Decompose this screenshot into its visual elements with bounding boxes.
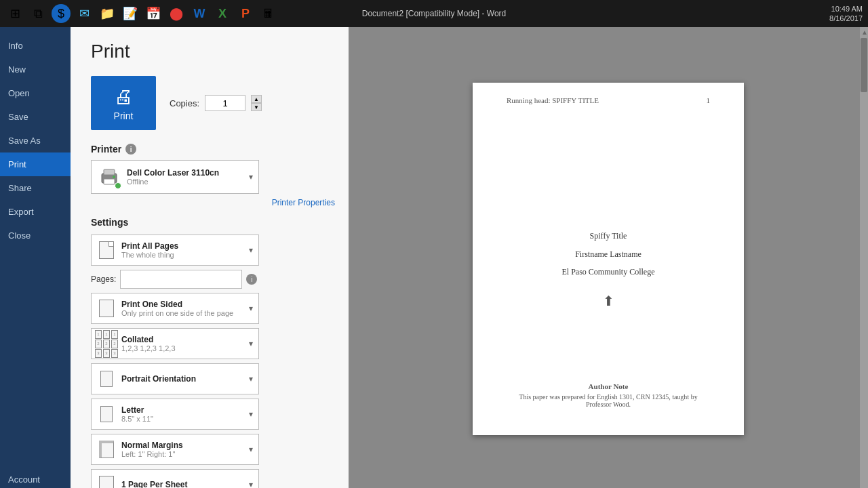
sidebar-item-save[interactable]: Save <box>0 105 71 129</box>
window-title: Document2 [Compatibility Mode] - Word <box>362 9 507 18</box>
copies-increment[interactable]: ▲ <box>251 95 262 103</box>
settings-section-title: Settings <box>91 217 335 228</box>
collated-icon: 123 123 123 <box>97 334 116 353</box>
start-button[interactable]: ⊞ <box>5 4 24 23</box>
doc-body: Spiffy Title Firstname Lastname El Paso … <box>507 130 710 408</box>
calculator-icon[interactable]: 🖩 <box>259 4 278 23</box>
svg-rect-2 <box>104 179 115 184</box>
page-title: Print <box>91 41 335 62</box>
pages-per-sheet-text: 1 Page Per Sheet <box>121 480 243 488</box>
page-number: 1 <box>707 96 711 104</box>
collated-text: Collated 1,2,3 1,2,3 1,2,3 <box>121 335 243 352</box>
preview-area: ▲ Running head: SPIFFY TITLE 1 Spiffy Ti… <box>349 27 868 488</box>
finance-icon[interactable]: $ <box>52 4 71 23</box>
copies-spinner: ▲ ▼ <box>251 95 262 111</box>
pages-per-sheet-setting[interactable]: 1 Page Per Sheet ▾ <box>91 469 259 488</box>
taskbar-left: ⊞ ⧉ $ ✉ 📁 📝 📅 ⬤ W X P 🖩 <box>5 4 278 23</box>
printer-icon: 🖨 <box>114 85 133 108</box>
printer-icon-box <box>97 165 121 189</box>
sidebar-item-save-as[interactable]: Save As <box>0 129 71 152</box>
one-sided-arrow: ▾ <box>249 304 253 313</box>
nav-sidebar: Info New Open Save Save As Print Share E… <box>0 27 71 488</box>
printer-properties-link[interactable]: Printer Properties <box>91 198 335 207</box>
margins-setting[interactable]: Normal Margins Left: 1" Right: 1" ▾ <box>91 434 259 465</box>
print-all-pages-text: Print All Pages The whole thing <box>121 241 243 259</box>
svg-point-3 <box>113 176 115 178</box>
sidebar-item-new[interactable]: New <box>0 58 71 81</box>
pages-input[interactable] <box>120 270 242 289</box>
print-panel: Print 🖨 Print Copies: ▲ ▼ Printer i <box>71 27 349 488</box>
printer-name: Dell Color Laser 3110cn <box>127 168 219 178</box>
copies-area: Copies: ▲ ▼ <box>170 95 262 111</box>
sidebar-item-print[interactable]: Print <box>0 152 71 176</box>
print-one-sided-setting[interactable]: Print One Sided Only print on one side o… <box>91 293 259 324</box>
pages-label: Pages: <box>91 274 116 284</box>
printer-status-indicator <box>115 182 121 189</box>
running-head: Running head: SPIFFY TITLE <box>507 96 599 104</box>
outlook-icon[interactable]: 📅 <box>144 4 163 23</box>
print-button[interactable]: 🖨 Print <box>91 76 156 130</box>
cursor-indicator: ⬆ <box>603 293 614 309</box>
mail-icon[interactable]: ✉ <box>75 4 94 23</box>
sticky-notes-icon[interactable]: 📝 <box>121 4 140 23</box>
pages-info-icon[interactable]: i <box>246 274 257 285</box>
app-container: Info New Open Save Save As Print Share E… <box>0 27 868 488</box>
orientation-arrow: ▾ <box>249 374 253 384</box>
printer-status: Offline <box>127 178 219 186</box>
sidebar-item-export[interactable]: Export <box>0 200 71 224</box>
explorer-icon[interactable]: 📁 <box>98 4 117 23</box>
doc-institution: El Paso Community College <box>562 265 655 280</box>
taskbar: ⊞ ⧉ $ ✉ 📁 📝 📅 ⬤ W X P 🖩 Document2 [Compa… <box>0 0 868 27</box>
doc-footer: Author Note This paper was prepared for … <box>507 382 710 408</box>
sidebar-item-account[interactable]: Account <box>0 468 71 488</box>
excel-icon[interactable]: X <box>213 4 232 23</box>
margins-icon <box>97 440 116 459</box>
paper-size-text: Letter 8.5" x 11" <box>121 405 243 423</box>
powerpoint-icon[interactable]: P <box>236 4 255 23</box>
scroll-thumb[interactable] <box>861 38 867 92</box>
page-icon <box>97 241 116 260</box>
doc-header: Running head: SPIFFY TITLE 1 <box>507 96 710 104</box>
copies-decrement[interactable]: ▼ <box>251 103 262 111</box>
margins-arrow: ▾ <box>249 445 253 454</box>
svg-rect-1 <box>104 169 115 175</box>
print-one-sided-text: Print One Sided Only print on one side o… <box>121 300 243 317</box>
sidebar-item-close[interactable]: Close <box>0 224 71 247</box>
copies-input[interactable] <box>205 95 245 111</box>
printer-dropdown[interactable]: Dell Color Laser 3110cn Offline ▾ <box>91 160 259 194</box>
doc-center-content: Spiffy Title Firstname Lastname El Paso … <box>562 229 655 280</box>
printer-info-icon[interactable]: i <box>125 144 136 155</box>
author-note-text: This paper was prepared for English 1301… <box>507 393 710 408</box>
orientation-icon <box>97 369 116 388</box>
printer-details: Dell Color Laser 3110cn Offline <box>127 168 219 186</box>
preview-scrollbar[interactable]: ▲ <box>860 27 868 488</box>
margins-text: Normal Margins Left: 1" Right: 1" <box>121 441 243 458</box>
one-sided-icon <box>97 299 116 318</box>
chrome-icon[interactable]: ⬤ <box>167 4 186 23</box>
pages-per-sheet-icon <box>97 475 116 488</box>
orientation-setting[interactable]: Portrait Orientation ▾ <box>91 363 259 394</box>
sidebar-item-open[interactable]: Open <box>0 81 71 105</box>
pages-row: Pages: i <box>91 270 335 289</box>
pages-per-sheet-arrow: ▾ <box>249 480 253 488</box>
author-note-title: Author Note <box>507 382 710 390</box>
word-icon[interactable]: W <box>190 4 209 23</box>
collated-arrow: ▾ <box>249 339 253 348</box>
paper-size-icon <box>97 405 116 424</box>
print-all-pages-arrow: ▾ <box>249 245 253 255</box>
collated-setting[interactable]: 123 123 123 Collated 1,2,3 1,2,3 1,2,3 ▾ <box>91 328 259 359</box>
clock: 10:49 AM 8/16/2017 <box>829 4 863 24</box>
paper-size-arrow: ▾ <box>249 409 253 419</box>
print-all-pages-setting[interactable]: Print All Pages The whole thing ▾ <box>91 235 259 266</box>
orientation-text: Portrait Orientation <box>121 374 243 384</box>
doc-title: Spiffy Title <box>562 229 655 244</box>
paper-size-setting[interactable]: Letter 8.5" x 11" ▾ <box>91 399 259 430</box>
doc-author: Firstname Lastname <box>562 247 655 262</box>
document-page: Running head: SPIFFY TITLE 1 Spiffy Titl… <box>473 83 744 435</box>
task-view-icon[interactable]: ⧉ <box>28 4 47 23</box>
sidebar-item-share[interactable]: Share <box>0 176 71 200</box>
taskbar-right: 10:49 AM 8/16/2017 <box>829 4 863 24</box>
printer-dropdown-arrow: ▾ <box>249 172 253 182</box>
preview-scroll: ▲ Running head: SPIFFY TITLE 1 Spiffy Ti… <box>349 27 868 488</box>
sidebar-item-info[interactable]: Info <box>0 34 71 58</box>
